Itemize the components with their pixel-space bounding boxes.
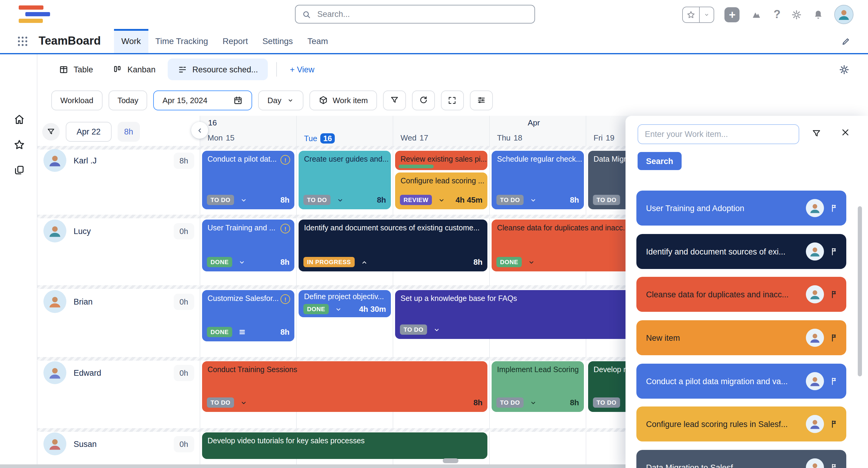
flag-icon[interactable]: [829, 247, 839, 256]
chevron-down-icon[interactable]: [438, 196, 446, 204]
app-grid-icon[interactable]: [16, 35, 29, 48]
filter-button[interactable]: [383, 90, 406, 110]
tab-settings[interactable]: Settings: [255, 29, 300, 53]
day-header-thu[interactable]: Thu18: [497, 133, 522, 142]
work-item-result[interactable]: Cleanse data for duplicates and inacc...: [637, 277, 846, 312]
chevron-down-icon[interactable]: [240, 196, 248, 204]
day-header-mon[interactable]: Mon15: [208, 133, 235, 142]
notifications-button[interactable]: [812, 9, 824, 20]
granularity-dropdown[interactable]: Day: [258, 90, 303, 110]
favorites-button[interactable]: [13, 139, 25, 151]
work-item-result[interactable]: Conduct a pilot data migration and va...: [637, 364, 846, 399]
status-badge[interactable]: TO DO: [496, 195, 524, 205]
add-view-button[interactable]: + View: [285, 65, 319, 74]
work-item-result[interactable]: User Training and Adoption: [637, 191, 846, 225]
create-button[interactable]: +: [725, 7, 740, 22]
display-options-button[interactable]: [470, 90, 493, 110]
panel-filter-button[interactable]: [811, 128, 822, 139]
task-card[interactable]: Review existing sales pi...: [395, 151, 487, 170]
day-header-tue-today[interactable]: Tue16: [304, 133, 335, 144]
resource-row[interactable]: Brian 0h: [43, 290, 194, 313]
date-picker[interactable]: Apr 15, 2024: [154, 90, 252, 110]
user-avatar[interactable]: [834, 5, 854, 24]
view-kanban[interactable]: Kanban: [105, 59, 163, 80]
chevron-down-icon[interactable]: [529, 398, 537, 407]
view-table[interactable]: Table: [51, 59, 100, 80]
status-badge[interactable]: TO DO: [593, 195, 620, 205]
work-item-result[interactable]: Identify and document sources of exi...: [637, 234, 846, 269]
edit-button[interactable]: [841, 36, 851, 46]
status-badge[interactable]: DONE: [303, 304, 329, 314]
work-item-result[interactable]: Data Migration to Salesf...: [637, 450, 846, 468]
chevron-down-icon[interactable]: [527, 258, 536, 266]
task-card[interactable]: Implement Lead Scoring TO DO8h: [492, 361, 584, 412]
fullscreen-button[interactable]: [441, 90, 464, 110]
tab-work[interactable]: Work: [114, 29, 148, 53]
today-button[interactable]: Today: [108, 90, 147, 110]
status-badge[interactable]: IN PROGRESS: [303, 257, 355, 267]
global-search-input[interactable]: [316, 9, 528, 19]
tab-time-tracking[interactable]: Time Tracking: [148, 29, 215, 53]
resource-row[interactable]: Karl .J 8h: [43, 149, 194, 172]
resource-row[interactable]: Edward 0h: [43, 361, 194, 384]
work-item-search-input[interactable]: [638, 124, 799, 144]
task-card[interactable]: Define project objectiv... DONE4h 30m: [299, 290, 391, 317]
status-badge[interactable]: TO DO: [207, 398, 234, 408]
work-item-result[interactable]: New item: [637, 320, 846, 355]
home-button[interactable]: [13, 114, 25, 125]
help-button[interactable]: ?: [774, 8, 780, 21]
task-card[interactable]: Conduct a pilot dat... ! TO DO8h: [202, 151, 294, 209]
status-badge[interactable]: DONE: [496, 257, 522, 267]
day-header-wed[interactable]: Wed17: [401, 133, 428, 142]
task-card[interactable]: Create user guides and... TO DO8h: [299, 151, 391, 209]
flag-icon[interactable]: [829, 419, 839, 429]
chevron-down-icon[interactable]: [336, 196, 344, 204]
flag-icon[interactable]: [829, 289, 839, 299]
chevron-down-icon[interactable]: [238, 258, 246, 266]
task-card[interactable]: Customize Salesfor... ! DONE8h: [202, 290, 294, 341]
workload-button[interactable]: Workload: [51, 90, 102, 110]
task-card[interactable]: Identify and document sources of existin…: [299, 220, 487, 271]
task-card[interactable]: Schedule regular check... TO DO8h: [492, 151, 584, 209]
panel-search-button[interactable]: Search: [638, 152, 682, 170]
status-badge[interactable]: TO DO: [593, 398, 620, 408]
work-item-result[interactable]: Configure lead scoring rules in Salesf..…: [637, 406, 846, 441]
collapse-resource-panel-button[interactable]: [191, 122, 208, 139]
chevron-down-icon[interactable]: [334, 305, 343, 313]
task-card[interactable]: Develop video tutorials for key sales pr…: [202, 432, 487, 459]
chevron-down-icon[interactable]: [433, 325, 441, 334]
resource-row[interactable]: Susan 0h: [43, 432, 194, 455]
panel-close-button[interactable]: [840, 127, 850, 137]
apps-button[interactable]: [750, 8, 763, 21]
task-card[interactable]: Configure lead scoring ... REVIEW4h 45m: [395, 173, 487, 209]
resource-hours-chip[interactable]: 8h: [118, 122, 140, 142]
tab-report[interactable]: Report: [215, 29, 255, 53]
work-item-button[interactable]: Work item: [309, 90, 377, 110]
status-badge[interactable]: DONE: [207, 257, 232, 267]
app-logo[interactable]: [19, 5, 51, 24]
resource-date-chip[interactable]: Apr 22: [66, 122, 112, 142]
resource-row[interactable]: Lucy 0h: [43, 220, 194, 243]
flag-icon[interactable]: [829, 463, 839, 468]
horizontal-scrollbar-thumb[interactable]: [443, 458, 459, 463]
refresh-button[interactable]: [412, 90, 435, 110]
status-badge[interactable]: TO DO: [303, 195, 331, 205]
status-badge[interactable]: TO DO: [207, 195, 234, 205]
flag-icon[interactable]: [829, 376, 839, 386]
flag-icon[interactable]: [829, 333, 839, 343]
global-search[interactable]: [295, 5, 535, 24]
status-badge[interactable]: TO DO: [496, 398, 524, 408]
task-card[interactable]: User Training and ... ! DONE8h: [202, 220, 294, 271]
resource-filter-button[interactable]: [42, 123, 60, 141]
tab-team[interactable]: Team: [300, 29, 335, 53]
boards-button[interactable]: [13, 164, 25, 176]
status-badge[interactable]: TO DO: [400, 324, 427, 335]
menu-icon[interactable]: [238, 327, 247, 337]
day-header-fri[interactable]: Fri19: [593, 133, 614, 142]
settings-button[interactable]: [791, 9, 802, 20]
status-badge[interactable]: DONE: [207, 327, 232, 337]
status-badge[interactable]: REVIEW: [400, 195, 432, 205]
chevron-down-icon[interactable]: [240, 398, 248, 407]
task-card[interactable]: Conduct Training Sessions TO DO8h: [202, 361, 487, 412]
flag-icon[interactable]: [829, 203, 839, 213]
